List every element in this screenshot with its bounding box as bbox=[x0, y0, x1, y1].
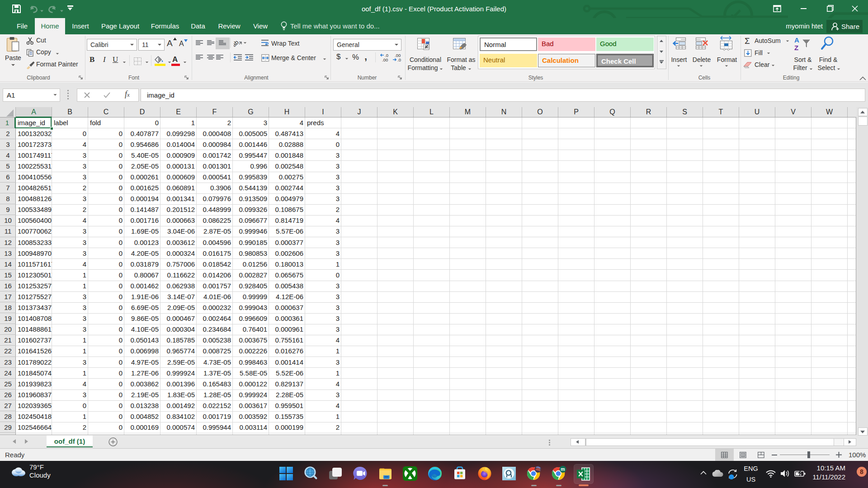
svg-text:.0: .0 bbox=[397, 57, 401, 62]
svg-text:ab: ab bbox=[234, 39, 240, 47]
svg-text:m: m bbox=[561, 466, 565, 472]
svg-text:A: A bbox=[794, 36, 799, 44]
svg-text:.00: .00 bbox=[382, 57, 388, 62]
svg-text:Z: Z bbox=[794, 44, 798, 51]
